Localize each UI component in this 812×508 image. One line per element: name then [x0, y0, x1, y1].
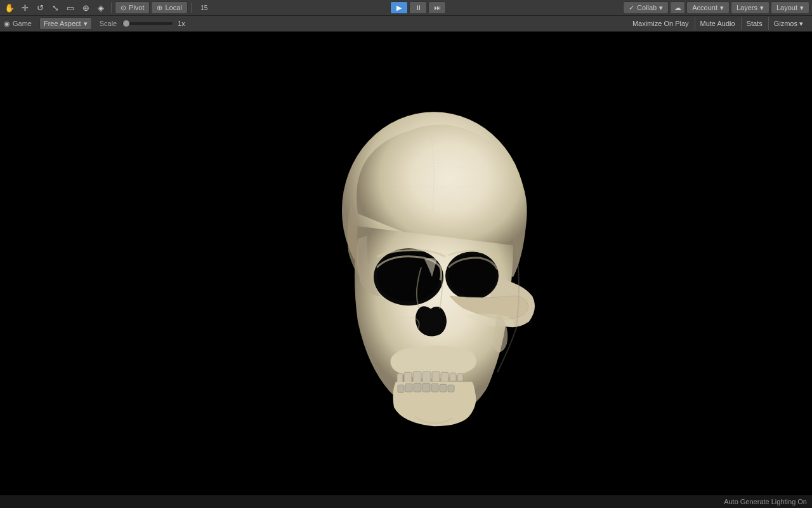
layers-arrow-icon: ▾ [760, 4, 764, 12]
svg-rect-17 [440, 384, 447, 392]
gizmos-button[interactable]: Gizmos ▾ [768, 17, 808, 30]
svg-rect-12 [397, 373, 403, 382]
cloud-icon: ☁ [674, 4, 681, 12]
local-icon: ⊕ [157, 4, 162, 12]
svg-rect-10 [450, 373, 456, 381]
upper-teeth [397, 371, 463, 382]
stats-label: Stats [747, 20, 763, 27]
play-controls: ▶ ⏸ ⏭ [215, 1, 622, 14]
scale-slider[interactable] [122, 22, 173, 25]
skull-3d-object [298, 99, 539, 455]
svg-point-2 [377, 250, 440, 302]
game-tab[interactable]: ◉ Game [4, 20, 37, 28]
game-viewport: Auto Generate Lighting On [0, 32, 812, 508]
cloud-button[interactable]: ☁ [670, 1, 685, 14]
svg-rect-9 [441, 372, 449, 382]
scale-tool-button[interactable]: ⤡ [48, 1, 62, 14]
status-bar: Auto Generate Lighting On [0, 495, 812, 508]
top-toolbar-right: ✓ Collab ▾ ☁ Account ▾ Layers ▾ Layout ▾ [623, 1, 809, 14]
layers-button[interactable]: Layers ▾ [731, 1, 769, 14]
separator-1 [111, 3, 112, 13]
scale-slider-thumb [123, 20, 129, 27]
play-button[interactable]: ▶ [390, 1, 408, 14]
step-button[interactable]: 15 [195, 1, 214, 14]
svg-rect-8 [432, 371, 440, 382]
svg-rect-5 [404, 372, 412, 382]
step-forward-button[interactable]: ⏭ [428, 1, 446, 14]
pivot-icon: ⊙ [121, 4, 126, 12]
rotate-tool-button[interactable]: ↺ [33, 1, 47, 14]
local-label: Local [165, 4, 181, 11]
hand-tool-button[interactable]: ✋ [3, 1, 16, 14]
layout-arrow-icon: ▾ [800, 4, 804, 12]
account-label: Account [692, 4, 717, 11]
account-button[interactable]: Account ▾ [686, 1, 730, 14]
rect-tool-button[interactable]: ▭ [63, 1, 77, 14]
svg-rect-19 [398, 385, 404, 392]
separator-2 [191, 3, 192, 13]
game-toolbar-left: ◉ Game Free Aspect ▾ Scale 1x [4, 17, 185, 30]
game-toolbar-right: Maximize On Play Mute Audio Stats Gizmos… [627, 17, 808, 30]
svg-rect-7 [422, 371, 431, 382]
svg-point-4 [449, 253, 497, 297]
aspect-ratio-dropdown[interactable]: Free Aspect ▾ [39, 17, 92, 30]
collab-label: Collab [637, 4, 657, 11]
game-toolbar: ◉ Game Free Aspect ▾ Scale 1x Maximize O… [0, 16, 812, 32]
pause-icon: ⏸ [415, 4, 422, 11]
step-label: 15 [200, 4, 207, 11]
svg-rect-13 [405, 384, 412, 392]
gizmos-label: Gizmos [774, 20, 797, 27]
lighting-status: Auto Generate Lighting On [724, 498, 807, 505]
maximize-on-play-button[interactable]: Maximize On Play [627, 17, 694, 30]
collab-arrow-icon: ▾ [659, 4, 663, 12]
play-icon: ▶ [396, 4, 402, 12]
pivot-label: Pivot [129, 4, 144, 11]
svg-rect-14 [414, 383, 421, 392]
custom-tool-button[interactable]: ◈ [94, 1, 108, 14]
game-tab-label: Game [13, 20, 32, 27]
step-forward-icon: ⏭ [434, 4, 441, 11]
pause-button[interactable]: ⏸ [409, 1, 427, 14]
mute-audio-button[interactable]: Mute Audio [695, 17, 740, 30]
game-eye-icon: ◉ [4, 20, 10, 28]
svg-rect-6 [413, 371, 421, 382]
top-toolbar: ✋ ✛ ↺ ⤡ ▭ ⊕ ◈ ⊙ Pivot ⊕ Local 15 ▶ ⏸ ⏭ ✓… [0, 0, 812, 16]
mute-label: Mute Audio [700, 20, 735, 27]
maximize-label: Maximize On Play [632, 20, 689, 27]
stats-button[interactable]: Stats [741, 17, 768, 30]
layout-label: Layout [776, 4, 797, 11]
lower-teeth [398, 383, 454, 392]
svg-rect-11 [457, 373, 463, 381]
svg-rect-16 [431, 384, 438, 392]
collab-check-icon: ✓ [629, 4, 634, 12]
svg-rect-18 [448, 385, 454, 392]
gizmos-arrow-icon: ▾ [799, 20, 803, 27]
transform-tool-button[interactable]: ⊕ [79, 1, 93, 14]
scale-value: 1x [178, 20, 185, 27]
svg-rect-15 [422, 383, 430, 392]
layers-label: Layers [737, 4, 757, 11]
layout-button[interactable]: Layout ▾ [771, 1, 809, 14]
scale-text-label: Scale [100, 20, 117, 27]
local-button[interactable]: ⊕ Local [151, 1, 187, 14]
collab-button[interactable]: ✓ Collab ▾ [623, 1, 669, 14]
pivot-button[interactable]: ⊙ Pivot [115, 1, 150, 14]
aspect-label: Free Aspect [44, 20, 81, 27]
skull-svg [298, 99, 539, 455]
aspect-arrow-icon: ▾ [84, 20, 88, 28]
move-tool-button[interactable]: ✛ [18, 1, 32, 14]
account-arrow-icon: ▾ [720, 4, 724, 12]
